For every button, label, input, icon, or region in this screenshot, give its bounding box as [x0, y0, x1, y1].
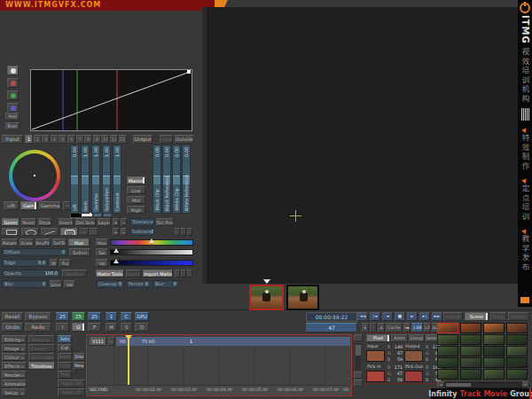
invert-matte-button[interactable]: Invert [126, 270, 141, 278]
curve-channel-blue-button[interactable] [7, 103, 19, 113]
sec-geom-button[interactable]: Geom [2, 218, 20, 226]
sec-show-button[interactable]: Show [38, 218, 51, 226]
curve-point-6-button[interactable]: 6 [67, 135, 75, 144]
library-clip-thumbnail[interactable] [437, 357, 458, 368]
slider-handle[interactable] [92, 176, 99, 184]
chip-gpu-button[interactable]: GPU [135, 312, 149, 321]
edit-new-button[interactable]: New [74, 362, 85, 370]
curve-point-10-button[interactable]: 10 [101, 135, 109, 144]
color-wheel[interactable] [9, 150, 60, 201]
hue-menu-button[interactable]: Hue [68, 239, 90, 246]
chip-25-button[interactable]: 25 [88, 312, 101, 321]
library-clip-thumbnail[interactable] [506, 346, 528, 356]
library-clip-thumbnail[interactable] [437, 369, 458, 379]
submenu-timeline[interactable]: Timeline▸ [28, 362, 55, 370]
sec-num-2-button[interactable]: 2 [181, 228, 186, 236]
sat-gradient-slider[interactable] [110, 249, 193, 255]
menu-editing[interactable]: Editing▸ [2, 335, 27, 343]
slider-handle[interactable] [82, 176, 89, 184]
library-clip-thumbnail[interactable] [437, 334, 458, 345]
color-swatch[interactable] [404, 371, 423, 382]
transport2-100-button[interactable]: 1.00 [411, 323, 423, 332]
blur-slider[interactable]: Blur 0 [2, 280, 48, 288]
menu-setup[interactable]: Setup▸ [2, 388, 27, 396]
scroll-option-button[interactable] [354, 379, 363, 387]
reset-button[interactable]: Reset [2, 312, 23, 321]
sec-num-3-button[interactable]: 3 [187, 270, 192, 278]
curve-point-8-button[interactable]: 8 [84, 135, 92, 144]
soft-plus-button[interactable]: + [113, 228, 119, 236]
slider-black-clip[interactable]: 0.00Black Clip [153, 145, 161, 214]
undo-button[interactable]: Undo [2, 323, 23, 332]
library-clip-thumbnail[interactable] [506, 369, 528, 379]
slider-white-reference[interactable]: 0.00White Reference [182, 145, 191, 214]
library-clip-thumbnail[interactable] [483, 323, 505, 333]
soft-minus-button[interactable]: − [121, 228, 127, 236]
sec-keyfit-button[interactable]: KeyFit [35, 239, 51, 246]
curve-reset-button[interactable]: Rset [5, 122, 20, 130]
library-clip-thumbnail[interactable] [483, 369, 505, 379]
edit-right-3m-button[interactable]: Right 3M [58, 379, 85, 387]
curve-channel-red-button[interactable] [7, 78, 19, 88]
sat-marker[interactable] [113, 248, 119, 253]
layer-button[interactable]: Layer [98, 218, 111, 226]
library-clip-thumbnail[interactable] [483, 346, 505, 356]
pixel-tab-group[interactable]: Group [409, 334, 425, 342]
line-button[interactable]: Line [50, 280, 62, 288]
range-master-button[interactable]: Master [127, 176, 145, 184]
timeline-panel[interactable]: V111 − H0 T0 H0 1 SECOND 00:00:02.0000:0… [86, 334, 352, 396]
track-minus-button[interactable]: − [108, 337, 114, 346]
mode-d-button[interactable]: D [135, 323, 149, 332]
slider-white-clip[interactable]: 0.00White Clip [172, 145, 181, 214]
slider-gain[interactable]: 1.00Gain [81, 145, 90, 214]
sec-invert-button[interactable]: Invert [59, 218, 74, 226]
diffuse-slider[interactable]: Diffuse 0 [2, 248, 67, 256]
persist-slider[interactable]: Persist 0 [126, 280, 151, 288]
pixel-tab-anim[interactable]: Anim [391, 334, 408, 342]
blur2-slider[interactable]: Blur 0 [153, 280, 179, 288]
curve-point-4-button[interactable]: 4 [51, 135, 59, 144]
edit-trim-button[interactable]: Trim [58, 371, 72, 379]
scroll-down-button[interactable] [354, 372, 363, 379]
track-name-button[interactable]: V111 [90, 337, 106, 346]
curve-channel-green-button[interactable] [7, 90, 19, 100]
edit-swap-3m-button[interactable]: Swap 3M [58, 388, 85, 396]
slider-black-reference[interactable]: 0.00Black Reference [162, 145, 171, 214]
cleanup-slider[interactable]: Cleanup 0 [96, 280, 124, 288]
val-marker[interactable] [113, 259, 119, 263]
library-tab-save[interactable]: Save [490, 312, 506, 321]
library-tab-scene[interactable]: Scene [465, 312, 489, 321]
layer-minus-button[interactable]: − [121, 218, 127, 226]
curve-point-9-button[interactable]: 9 [93, 135, 101, 144]
viewer-thumb-selected[interactable] [249, 285, 284, 310]
transport-next-frame-button[interactable]: ►| [419, 312, 430, 321]
transport-stop-button[interactable]: ■ [395, 312, 405, 321]
menu-effects[interactable]: Effects▸ [2, 362, 27, 370]
transport-rewind-button[interactable]: ◄◄ [357, 312, 368, 321]
frames-button[interactable]: 47 [306, 323, 357, 332]
sec-num-3-button[interactable]: 3 [187, 228, 192, 236]
sec-setto-button[interactable]: SetTo [52, 239, 66, 246]
at-button[interactable]: AT [80, 228, 89, 236]
menu-image[interactable]: Image▸ [2, 344, 27, 352]
transport2--button[interactable]: ◄► [403, 323, 411, 332]
library-scrollbar-thumb[interactable] [446, 383, 471, 387]
library-clip-thumbnail[interactable] [460, 334, 481, 345]
transport2-f-button[interactable]: F [370, 323, 377, 332]
slider-handle[interactable] [103, 176, 110, 184]
transport2-cache-button[interactable]: Cache [386, 323, 403, 332]
redo-button[interactable]: Redo [25, 323, 51, 332]
transport-fast-forward-button[interactable]: ►► [432, 312, 442, 321]
w-button[interactable]: W [50, 259, 58, 267]
import-matte-button[interactable]: Import Matte [143, 270, 173, 278]
mode-p-button[interactable]: P [88, 323, 101, 332]
slider-saturation[interactable]: 1.00Saturation [102, 145, 111, 214]
range-high-button[interactable]: High [127, 206, 145, 214]
shape-line-tool-button[interactable] [41, 228, 59, 236]
slider-handle[interactable] [173, 176, 180, 184]
slider-handle[interactable] [153, 176, 160, 184]
curve-point-1-button[interactable]: 1 [25, 135, 33, 144]
shape-rect-tool-button[interactable] [2, 228, 20, 236]
chip-25-button[interactable]: 25 [72, 312, 85, 321]
sec-reset-button[interactable]: Reset [21, 218, 36, 226]
